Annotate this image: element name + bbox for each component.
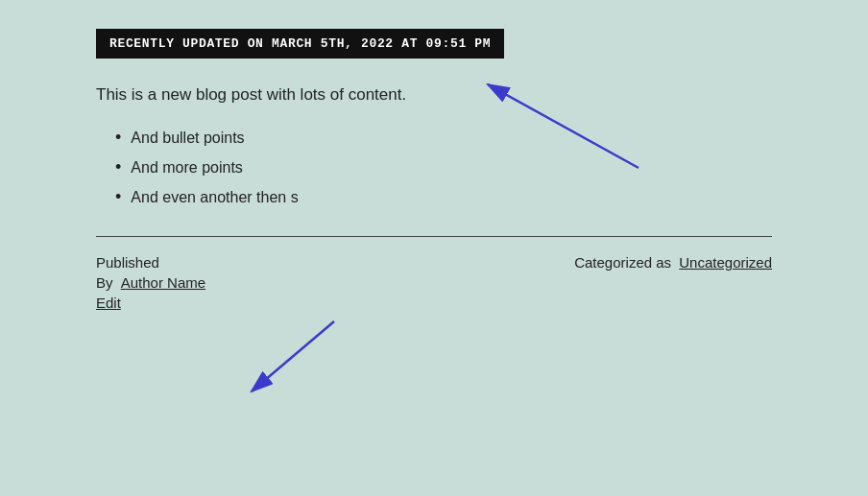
footer-left: Published By Author Name Edit: [96, 254, 205, 311]
edit-link[interactable]: Edit: [96, 295, 205, 311]
list-item: And even another then s: [115, 187, 772, 207]
published-label: Published: [96, 254, 205, 271]
recently-updated-bar: RECENTLY UPDATED ON MARCH 5TH, 2022 AT 0…: [96, 29, 504, 59]
page-container: RECENTLY UPDATED ON MARCH 5TH, 2022 AT 0…: [0, 0, 868, 496]
by-author: By Author Name: [96, 274, 205, 291]
intro-text: This is a new blog post with lots of con…: [96, 85, 772, 105]
divider: [96, 236, 772, 237]
list-item: And bullet points: [115, 128, 772, 148]
category-link[interactable]: Uncategorized: [679, 254, 772, 271]
footer-right: Categorized as Uncategorized: [574, 254, 772, 271]
svg-line-3: [252, 321, 334, 391]
list-item: And more points: [115, 157, 772, 177]
bullet-list: And bullet points And more points And ev…: [115, 128, 772, 207]
author-link[interactable]: Author Name: [121, 274, 205, 291]
arrows-overlay: [0, 0, 868, 496]
footer-section: Published By Author Name Edit Categorize…: [96, 254, 772, 311]
